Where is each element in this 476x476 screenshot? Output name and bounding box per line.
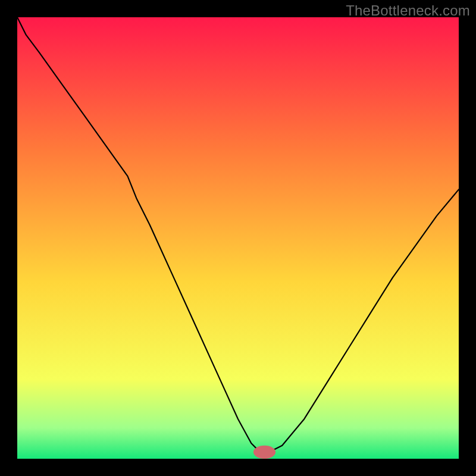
bottleneck-chart <box>17 17 459 459</box>
chart-frame: TheBottleneck.com <box>0 0 476 476</box>
optimal-marker <box>253 446 275 459</box>
watermark-text: TheBottleneck.com <box>346 2 470 19</box>
plot-background <box>17 17 459 459</box>
